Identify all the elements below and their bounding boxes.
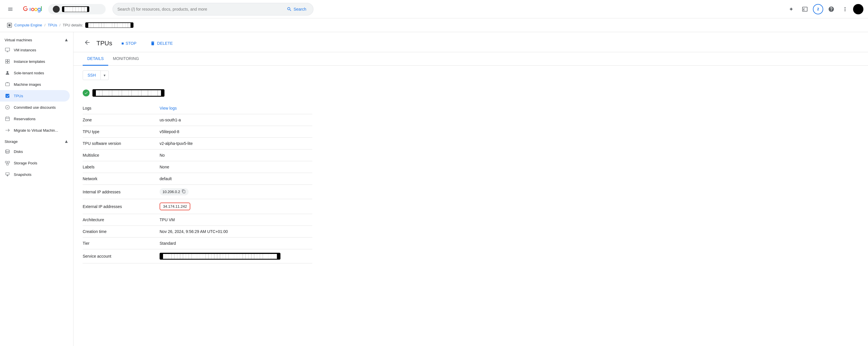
zone-value: us-south1-a (157, 114, 312, 126)
topbar-left: ████████ (5, 3, 105, 15)
breadcrumb-details-label: TPU details: (63, 23, 83, 27)
ssh-dropdown-button[interactable]: ▾ (101, 70, 109, 80)
storage-pools-label: Storage Pools (14, 161, 37, 165)
storage-label: Storage (5, 139, 18, 144)
svg-rect-3 (5, 59, 7, 61)
disks-icon (5, 149, 10, 154)
committed-use-label: Committed use discounts (14, 105, 56, 109)
back-button[interactable] (83, 38, 92, 49)
virtual-machines-label: Virtual machines (5, 38, 32, 42)
sidebar-item-disks[interactable]: Disks (0, 146, 70, 157)
virtual-machines-section[interactable]: Virtual machines ▲ (0, 34, 73, 44)
storage-section[interactable]: Storage ▲ (0, 136, 73, 146)
breadcrumb-tpus[interactable]: TPUs (48, 23, 57, 27)
storage-chevron-up-icon: ▲ (64, 139, 69, 144)
svg-rect-12 (5, 161, 7, 163)
tpu-software-version-label: TPU software version (83, 138, 157, 150)
stop-button[interactable]: ■ STOP (117, 39, 141, 48)
tabs: DETAILS MONITORING (73, 52, 868, 66)
google-cloud-logo (20, 6, 45, 12)
internal-ip-label: Internal IP addresses (83, 185, 157, 199)
gemini-button[interactable]: ✦ (785, 3, 797, 15)
tpus-icon (5, 93, 10, 99)
machine-images-icon (5, 82, 10, 87)
project-dot (53, 6, 60, 12)
service-account-label: Service account (83, 249, 157, 263)
architecture-label: Architecture (83, 214, 157, 226)
details-section: ████████████████████ Logs View logs Zone… (73, 85, 868, 268)
search-input[interactable] (117, 7, 284, 11)
tab-monitoring[interactable]: MONITORING (108, 52, 144, 66)
tpu-type-value: v5litepod-8 (157, 126, 312, 138)
ssh-button[interactable]: SSH (83, 70, 101, 80)
terminal-button[interactable] (799, 3, 811, 15)
back-arrow-icon (84, 39, 91, 46)
instance-name: ████████████████████ (92, 89, 164, 97)
page-title: TPUs (96, 40, 112, 47)
sole-tenant-label: Sole-tenant nodes (14, 71, 44, 75)
reservations-icon (5, 116, 10, 122)
help-button[interactable] (826, 3, 837, 15)
avatar[interactable] (853, 4, 863, 14)
sidebar-item-reservations[interactable]: Reservations (0, 113, 70, 125)
breadcrumb-compute-engine[interactable]: Compute Engine (14, 23, 42, 27)
sidebar-item-machine-images[interactable]: Machine images (0, 78, 70, 90)
reservations-label: Reservations (14, 117, 36, 121)
delete-button[interactable]: DELETE (146, 38, 177, 48)
ssh-area: SSH ▾ (73, 66, 868, 85)
external-ip-highlight: 34.174.11.242 (160, 202, 190, 210)
search-bar: Search (113, 3, 313, 15)
table-row-creation-time: Creation time Nov 26, 2024, 9:56:29 AM U… (83, 226, 312, 238)
star-icon: ✦ (789, 6, 794, 12)
sidebar-item-committed-use[interactable]: Committed use discounts (0, 101, 70, 113)
tier-label: Tier (83, 238, 157, 249)
project-name-label: ████████ (62, 6, 89, 12)
network-label: Network (83, 173, 157, 185)
tier-value: Standard (157, 238, 312, 249)
migrate-icon (5, 127, 10, 133)
more-options-button[interactable] (839, 3, 851, 15)
sidebar-item-sole-tenant[interactable]: Sole-tenant nodes (0, 67, 70, 78)
sidebar-item-snapshots[interactable]: Snapshots (0, 169, 70, 180)
search-button[interactable]: Search (284, 5, 309, 13)
svg-rect-8 (5, 83, 9, 86)
sidebar-item-migrate[interactable]: Migrate to Virtual Machin... (0, 125, 70, 136)
creation-time-value: Nov 26, 2024, 9:56:29 AM UTC+01:00 (157, 226, 312, 238)
sidebar-item-tpus[interactable]: TPUs (0, 90, 70, 101)
instance-header: ████████████████████ (83, 89, 859, 97)
instance-templates-icon (5, 59, 10, 64)
tab-details[interactable]: DETAILS (83, 52, 108, 66)
breadcrumb: Compute Engine / TPUs / TPU details: ███… (0, 19, 868, 32)
breadcrumb-sep-1: / (44, 23, 45, 27)
multislice-label: Multislice (83, 150, 157, 161)
tpus-label: TPUs (14, 94, 23, 98)
hamburger-menu-button[interactable] (5, 3, 16, 15)
labels-value: None (157, 161, 312, 173)
delete-label: DELETE (157, 41, 173, 45)
main-layout: Virtual machines ▲ VM instances Instance… (0, 32, 868, 346)
zone-label: Zone (83, 114, 157, 126)
table-row-logs: Logs View logs (83, 102, 312, 114)
table-row-internal-ip: Internal IP addresses 10.206.0.2 (83, 185, 312, 199)
copy-internal-ip-button[interactable] (182, 189, 186, 194)
table-row-architecture: Architecture TPU VM (83, 214, 312, 226)
content-area: TPUs ■ STOP DELETE DETAILS MONITORING SS… (73, 32, 868, 346)
chevron-up-icon: ▲ (64, 37, 69, 42)
table-row-labels: Labels None (83, 161, 312, 173)
more-icon (842, 6, 848, 12)
internal-ip-badge: 10.206.0.2 (160, 188, 189, 195)
sidebar-item-vm-instances[interactable]: VM instances (0, 44, 70, 56)
architecture-value: TPU VM (157, 214, 312, 226)
tpu-software-version-value: v2-alpha-tpuv5-lite (157, 138, 312, 150)
search-label: Search (293, 7, 306, 11)
project-selector[interactable]: ████████ (48, 4, 105, 14)
internal-ip-value: 10.206.0.2 (162, 190, 180, 194)
svg-rect-2 (5, 48, 10, 51)
sidebar-item-storage-pools[interactable]: Storage Pools (0, 157, 70, 169)
terminal-icon (802, 6, 808, 12)
notifications-button[interactable]: 2 (813, 4, 823, 14)
view-logs-link[interactable]: View logs (160, 106, 177, 111)
stop-label: STOP (125, 41, 136, 45)
sidebar-item-instance-templates[interactable]: Instance templates (0, 56, 70, 67)
storage-pools-icon (5, 160, 10, 166)
